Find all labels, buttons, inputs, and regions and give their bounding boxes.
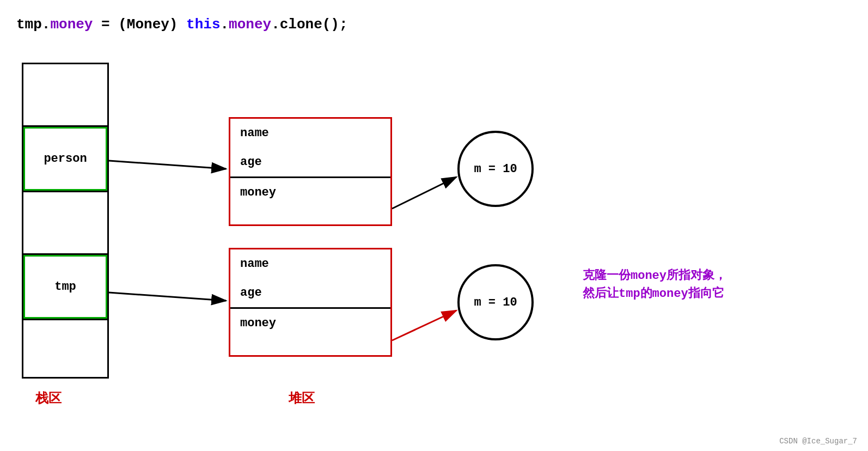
heap-bottom-name: name <box>230 249 390 278</box>
circle-bottom: m = 10 <box>457 264 534 340</box>
stack-cell-empty-bottom <box>23 320 107 379</box>
heap-box-bottom: name age money <box>229 248 392 357</box>
heap-bottom-age: age <box>230 278 390 307</box>
tmp-label: tmp <box>54 280 76 294</box>
code-this: this <box>186 16 220 33</box>
annotation: 克隆一份money所指对象， 然后让tmp的money指向它 <box>583 267 726 303</box>
stack-cell-mid <box>23 192 107 255</box>
annotation-line2: 然后让tmp的money指向它 <box>583 285 726 303</box>
code-dot: . <box>221 16 229 33</box>
heap-top-money: money <box>230 176 390 207</box>
code-money1: money <box>50 16 93 33</box>
person-label: person <box>44 152 87 166</box>
circle-top: m = 10 <box>457 131 534 207</box>
code-tmp: tmp. <box>16 16 50 33</box>
heap-top-age: age <box>230 148 390 176</box>
annotation-line1: 克隆一份money所指对象， <box>583 267 726 285</box>
stack-label: 栈区 <box>35 389 62 407</box>
heap-box-top: name age money <box>229 117 392 226</box>
arrow-heap-bottom-money-to-circle-bottom <box>392 310 456 340</box>
watermark: CSDN @Ice_Sugar_7 <box>779 437 857 446</box>
code-equals: = (Money) <box>93 16 186 33</box>
stack-container: person tmp <box>22 63 109 379</box>
arrow-tmp-to-heap-bottom <box>109 292 226 301</box>
heap-bottom-money: money <box>230 307 390 338</box>
code-line: tmp.money = (Money) this.money.clone(); <box>16 16 348 33</box>
circle-bottom-label: m = 10 <box>474 296 517 309</box>
heap-top-name: name <box>230 119 390 148</box>
code-money2: money <box>229 16 271 33</box>
arrows-svg <box>0 0 868 451</box>
stack-cell-person: person <box>23 127 107 192</box>
arrow-person-to-heap-top <box>109 161 226 169</box>
heap-label: 堆区 <box>289 389 315 407</box>
stack-cell-empty-top <box>23 64 107 127</box>
code-clone: .clone(); <box>271 16 347 33</box>
arrow-heap-top-money-to-circle-top <box>392 177 456 209</box>
circle-top-label: m = 10 <box>474 162 517 176</box>
stack-cell-tmp: tmp <box>23 255 107 320</box>
